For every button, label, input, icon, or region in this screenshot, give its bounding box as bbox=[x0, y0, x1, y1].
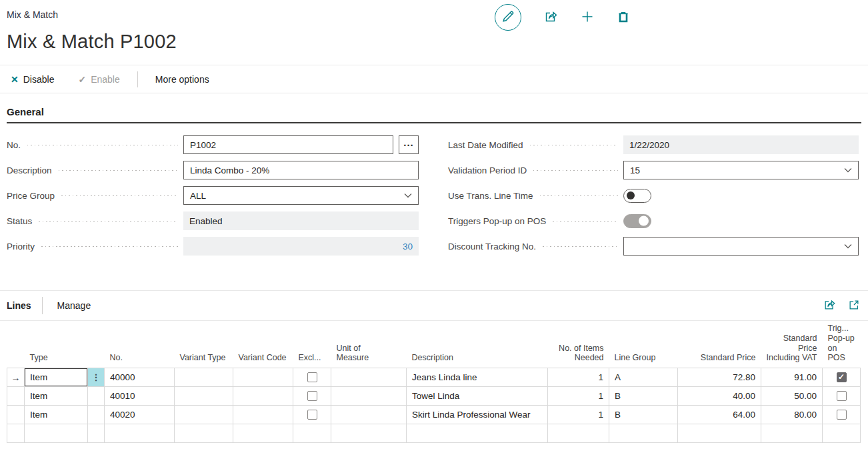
last-date-modified-value: 1/22/2020 bbox=[623, 135, 859, 154]
cell-no-of-items-needed[interactable] bbox=[548, 424, 609, 443]
col-header-standard-price[interactable]: Standard Price bbox=[678, 321, 761, 368]
col-header-description[interactable]: Description bbox=[407, 321, 548, 368]
cell-unit-of-measure[interactable] bbox=[331, 406, 407, 424]
cell-standard-price[interactable]: 72.80 bbox=[678, 368, 761, 387]
disable-button[interactable]: ✕ Disable bbox=[7, 71, 58, 87]
breadcrumb[interactable]: Mix & Match bbox=[7, 9, 58, 20]
cell-variant-type[interactable] bbox=[175, 387, 233, 406]
trash-icon bbox=[617, 10, 630, 25]
validation-period-id-select[interactable]: 15 bbox=[623, 161, 859, 179]
cell-standard-price[interactable]: 40.00 bbox=[678, 387, 761, 406]
new-button[interactable] bbox=[581, 10, 594, 25]
cell-no[interactable]: 40000 bbox=[105, 368, 175, 387]
col-header-variant-code[interactable]: Variant Code bbox=[233, 321, 293, 368]
cell-standard-price-incl-vat[interactable]: 50.00 bbox=[761, 387, 823, 406]
cell-variant-type[interactable] bbox=[175, 406, 233, 424]
dotted-leader bbox=[61, 195, 178, 196]
use-trans-line-time-toggle[interactable] bbox=[623, 189, 651, 203]
cell-no-of-items-needed[interactable]: 1 bbox=[548, 387, 609, 406]
cell-variant-code[interactable] bbox=[233, 368, 293, 387]
cell-type[interactable] bbox=[25, 424, 88, 443]
col-header-no-of-items-needed[interactable]: No. of Items Needed bbox=[548, 321, 609, 368]
excl-checkbox[interactable] bbox=[307, 410, 317, 420]
field-row-priority: Priority 30 bbox=[7, 234, 419, 259]
row-indicator bbox=[7, 406, 25, 424]
col-header-assist bbox=[88, 321, 105, 368]
cell-unit-of-measure[interactable] bbox=[331, 368, 407, 387]
table-header-row: Type No. Variant Type Variant Code Excl.… bbox=[7, 321, 861, 368]
price-group-select[interactable]: ALL bbox=[183, 186, 419, 205]
cell-description[interactable] bbox=[407, 424, 548, 443]
table-row-empty bbox=[7, 424, 861, 443]
col-header-line-group[interactable]: Line Group bbox=[609, 321, 678, 368]
cell-no-of-items-needed[interactable]: 1 bbox=[548, 368, 609, 387]
cell-variant-type[interactable] bbox=[175, 424, 233, 443]
last-date-modified-label: Last Date Modified bbox=[448, 140, 523, 150]
check-icon: ✓ bbox=[78, 74, 86, 85]
delete-button[interactable] bbox=[617, 10, 630, 25]
col-header-type[interactable]: Type bbox=[25, 321, 88, 368]
cell-unit-of-measure[interactable] bbox=[331, 424, 407, 443]
col-header-trig-popup-on-pos[interactable]: Trig... Pop-up on POS bbox=[823, 321, 861, 368]
trig-popup-checkbox[interactable] bbox=[837, 391, 847, 401]
no-assist-button[interactable]: ... bbox=[399, 135, 419, 154]
excl-checkbox[interactable] bbox=[307, 372, 317, 382]
cell-description[interactable]: Towel Linda bbox=[407, 387, 548, 406]
cell-type[interactable]: Item bbox=[25, 406, 88, 424]
cell-description[interactable]: Skirt Linda Professional Wear bbox=[407, 406, 548, 424]
triggers-popup-on-pos-toggle[interactable] bbox=[623, 214, 651, 228]
col-header-unit-of-measure[interactable]: Unit of Measure bbox=[331, 321, 407, 368]
col-header-excl[interactable]: Excl... bbox=[293, 321, 331, 368]
general-heading[interactable]: General bbox=[7, 106, 861, 117]
cell-standard-price-incl-vat[interactable]: 91.00 bbox=[761, 368, 823, 387]
trig-popup-checkbox[interactable] bbox=[837, 372, 847, 382]
col-header-standard-price-incl-vat[interactable]: Standard Price Including VAT bbox=[761, 321, 823, 368]
share-icon bbox=[544, 9, 558, 25]
manage-button[interactable]: Manage bbox=[53, 298, 95, 314]
cell-no[interactable]: 40020 bbox=[105, 406, 175, 424]
general-left-column: No. P1002 ... Description Linda Combo - … bbox=[7, 132, 419, 259]
cell-variant-code[interactable] bbox=[233, 387, 293, 406]
description-input[interactable]: Linda Combo - 20% bbox=[183, 161, 419, 179]
row-indicator-header bbox=[7, 321, 25, 368]
cell-description[interactable]: Jeans Linda line bbox=[407, 368, 548, 387]
field-row-triggers-popup-on-pos: Triggers Pop-up on POS bbox=[448, 208, 859, 234]
cell-type[interactable]: Item bbox=[25, 368, 88, 387]
cell-type[interactable]: Item bbox=[25, 387, 88, 406]
discount-tracking-no-select[interactable] bbox=[623, 237, 859, 256]
cell-line-group[interactable] bbox=[609, 424, 678, 443]
dotted-leader bbox=[533, 170, 618, 171]
more-options-button[interactable]: More options bbox=[151, 71, 213, 87]
cell-line-group[interactable]: B bbox=[609, 406, 678, 424]
action-bar: ✕ Disable ✓ Enable More options bbox=[0, 65, 868, 93]
share-lines-button[interactable] bbox=[823, 298, 836, 313]
edit-button[interactable] bbox=[495, 4, 521, 31]
disable-button-label: Disable bbox=[23, 74, 55, 85]
trig-popup-checkbox[interactable] bbox=[837, 410, 847, 420]
excl-checkbox[interactable] bbox=[307, 391, 317, 401]
enable-button[interactable]: ✓ Enable bbox=[74, 71, 123, 87]
dotted-leader bbox=[27, 145, 178, 145]
cell-line-group[interactable]: A bbox=[609, 368, 678, 387]
cell-no[interactable] bbox=[105, 424, 175, 443]
share-button[interactable] bbox=[544, 9, 558, 25]
cell-standard-price[interactable] bbox=[678, 424, 761, 443]
cell-standard-price-incl-vat[interactable]: 80.00 bbox=[761, 406, 823, 424]
row-assist-ellipsis-button[interactable]: ⋮ bbox=[88, 368, 104, 386]
open-in-new-button[interactable] bbox=[848, 299, 860, 313]
cell-standard-price-incl-vat[interactable] bbox=[761, 424, 823, 443]
priority-value-link[interactable]: 30 bbox=[403, 242, 413, 252]
discount-tracking-no-label: Discount Tracking No. bbox=[448, 242, 536, 252]
field-row-no: No. P1002 ... bbox=[7, 132, 419, 157]
cell-variant-type[interactable] bbox=[175, 368, 233, 387]
cell-no-of-items-needed[interactable]: 1 bbox=[548, 406, 609, 424]
cell-line-group[interactable]: B bbox=[609, 387, 678, 406]
cell-variant-code[interactable] bbox=[233, 406, 293, 424]
no-input[interactable]: P1002 bbox=[183, 135, 393, 154]
cell-unit-of-measure[interactable] bbox=[331, 387, 407, 406]
cell-variant-code[interactable] bbox=[233, 424, 293, 443]
col-header-variant-type[interactable]: Variant Type bbox=[175, 321, 233, 368]
cell-no[interactable]: 40010 bbox=[105, 387, 175, 406]
col-header-no[interactable]: No. bbox=[105, 321, 175, 368]
cell-standard-price[interactable]: 64.00 bbox=[678, 406, 761, 424]
